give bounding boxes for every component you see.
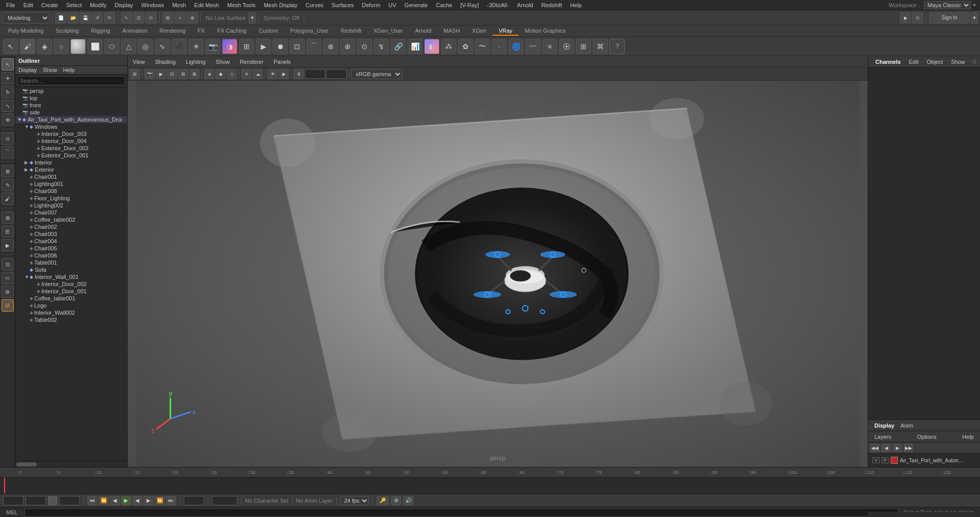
fluid-icon-btn[interactable]: 〜 <box>475 39 490 54</box>
vp-cam-btn-3[interactable]: ⊡ <box>167 69 177 79</box>
custom-panel-tool[interactable]: ⚙ <box>2 286 14 298</box>
layers-next-btn[interactable]: ▶▶ <box>904 444 913 452</box>
particle-icon-btn[interactable]: · <box>492 39 507 54</box>
open-file-button[interactable]: 📂 <box>67 12 79 24</box>
menu-edit[interactable]: Edit <box>19 1 37 9</box>
paint-icon-btn[interactable]: 🖌 <box>20 39 35 54</box>
vp-show-btn-1[interactable]: 👁 <box>267 69 278 79</box>
tab-xgen-user[interactable]: XGen_User <box>368 27 409 36</box>
paint-select-button[interactable]: ⊙ <box>145 12 157 24</box>
menu-create[interactable]: Create <box>37 1 62 9</box>
texture-icon-btn[interactable]: ⊞ <box>239 39 254 54</box>
vp-cam-btn-2[interactable]: ▶ <box>156 69 166 79</box>
list-item[interactable]: ◈ Chair001 <box>15 173 127 180</box>
sphere-icon-btn[interactable]: ● <box>70 39 86 54</box>
sculpt-icon-btn[interactable]: ◈ <box>37 39 52 54</box>
live-surface-dropdown[interactable]: ▼ <box>249 12 256 24</box>
snap-grid-tool[interactable]: ⊞ <box>2 212 14 224</box>
cylinder-icon-btn[interactable]: ⬭ <box>104 39 119 54</box>
list-item[interactable]: 📷 front <box>15 102 127 109</box>
snap-curve-button[interactable]: ≈ <box>175 12 186 24</box>
cone-icon-btn[interactable]: △ <box>121 39 136 54</box>
ipr-button[interactable]: ⊙ <box>912 12 923 24</box>
anim-tab[interactable]: Anim <box>897 421 916 430</box>
menu-surfaces[interactable]: Surfaces <box>328 1 358 9</box>
render-settings-tool[interactable]: ▶ <box>2 239 14 251</box>
vp-grid-btn[interactable]: ⊞ <box>130 69 140 79</box>
paint-attr-tool[interactable]: 🖌 <box>2 193 14 205</box>
tab-polygons-user[interactable]: Polygons_User <box>284 27 335 36</box>
pfx-icon-btn[interactable]: ✿ <box>458 39 473 54</box>
ik-icon-btn[interactable]: ↯ <box>374 39 389 54</box>
bullet-icon-btn[interactable]: ⦿ <box>559 39 574 54</box>
uv-icon-btn[interactable]: ⊡ <box>289 39 305 54</box>
go-to-end-button[interactable]: ⏭ <box>166 496 176 505</box>
lasso-select-button[interactable]: ⊡ <box>133 12 144 24</box>
list-item[interactable]: ◈ Interior_Door_002 <box>15 280 127 288</box>
menu-display[interactable]: Display <box>111 1 137 9</box>
select-icon-btn[interactable]: ↖ <box>3 39 18 54</box>
camera-icon-btn[interactable]: 📷 <box>205 39 220 54</box>
soft-select-tool[interactable]: ⊙ <box>2 132 14 145</box>
menu-cache[interactable]: Cache <box>432 1 456 9</box>
list-item[interactable]: ◈ Lighting002 <box>15 202 127 209</box>
menu-deform[interactable]: Deform <box>358 1 384 9</box>
vp-menu-renderer[interactable]: Renderer <box>235 58 268 66</box>
vp-shade-btn-2[interactable]: ◆ <box>215 69 226 79</box>
menu-uv[interactable]: UV <box>384 1 400 9</box>
sign-in-button[interactable]: Sign In <box>929 12 970 24</box>
list-item[interactable]: ◈ Chair008 <box>15 187 127 195</box>
tab-poly-modeling[interactable]: Poly Modeling <box>2 27 50 36</box>
module-dropdown[interactable]: Modeling <box>2 12 50 24</box>
graph-icon-btn[interactable]: 📊 <box>407 39 423 54</box>
play-back-button[interactable]: ◀ <box>132 496 142 505</box>
nurbs-icon-btn[interactable]: ∿ <box>155 39 170 54</box>
search-input[interactable] <box>17 76 125 85</box>
render-button[interactable]: ▶ <box>900 12 911 24</box>
channel-tab-object[interactable]: Object <box>922 58 947 66</box>
snap-point-button[interactable]: ⊕ <box>187 12 198 24</box>
layers-right-btn[interactable]: ▶ <box>893 444 902 452</box>
cube-icon-btn[interactable]: ⬜ <box>87 39 103 54</box>
list-item[interactable]: ◈ Interior_Door_004 <box>15 137 127 145</box>
frame-range-end-input[interactable]: 120 <box>184 496 204 505</box>
sound-button[interactable]: 🔊 <box>403 496 413 505</box>
step-forward-button[interactable]: ⏩ <box>155 496 165 505</box>
list-item[interactable]: ◈ Chair002 <box>15 223 127 230</box>
list-item[interactable]: ◈ Interior_Door_001 <box>15 288 127 295</box>
list-item[interactable]: ◈ Coffee_table002 <box>15 216 127 223</box>
input-output-tool[interactable]: IO <box>2 272 14 284</box>
vp-menu-view[interactable]: View <box>128 58 150 66</box>
max-frame-input[interactable]: 200 <box>212 496 237 505</box>
menu-generate[interactable]: Generate <box>400 1 432 9</box>
plane-icon-btn[interactable]: ⬛ <box>172 39 187 54</box>
motionpath-icon-btn[interactable]: ⌘ <box>593 39 608 54</box>
viewport-canvas[interactable]: T3105.CAT.3A <box>128 81 868 467</box>
question-icon-btn[interactable]: ? <box>609 39 625 54</box>
undo-button[interactable]: ↺ <box>92 12 103 24</box>
list-item[interactable]: 📷 top <box>15 95 127 102</box>
layer-color-swatch[interactable] <box>891 457 898 464</box>
list-item[interactable]: ◈ Chair005 <box>15 245 127 252</box>
snap-grid-button[interactable]: ⊞ <box>162 12 174 24</box>
menu-windows[interactable]: Windows <box>137 1 168 9</box>
vp-pause-btn[interactable]: ⏸ <box>293 69 304 79</box>
list-item[interactable]: ◈ Chair006 <box>15 252 127 259</box>
menu-mesh[interactable]: Mesh <box>168 1 190 9</box>
joint-icon-btn[interactable]: ⊙ <box>357 39 372 54</box>
menu-arnold[interactable]: Arnold <box>513 1 537 9</box>
blend-icon-btn[interactable]: ⊗ <box>323 39 338 54</box>
frame-current-input[interactable]: 1 <box>26 496 46 505</box>
tab-vray[interactable]: VRay <box>493 27 519 36</box>
menu-help[interactable]: Help <box>566 1 586 9</box>
save-file-button[interactable]: 💾 <box>80 12 91 24</box>
vp-light-btn-2[interactable]: ☁ <box>253 69 263 79</box>
list-item[interactable]: ◈ Table001 <box>15 259 127 266</box>
list-item[interactable]: ◈ Chair004 <box>15 238 127 245</box>
vp-menu-lighting[interactable]: Lighting <box>181 58 211 66</box>
next-frame-button[interactable]: ▶ <box>143 496 154 505</box>
layer-playback-toggle[interactable]: P <box>881 457 889 463</box>
step-back-button[interactable]: ⏪ <box>99 496 109 505</box>
vp-field-value-2[interactable]: 1.00 <box>326 69 347 79</box>
select-tool[interactable]: ↖ <box>2 58 14 70</box>
